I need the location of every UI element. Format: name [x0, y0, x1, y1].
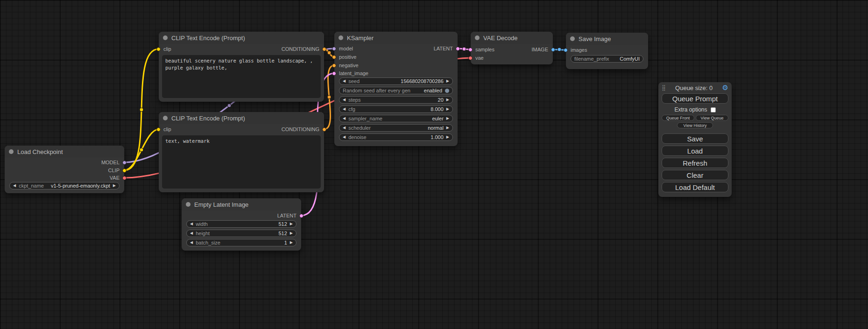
decrement-arrow-icon[interactable]: ◀: [343, 126, 346, 130]
collapse-dot[interactable]: [570, 36, 575, 41]
increment-arrow-icon[interactable]: ▶: [290, 241, 293, 245]
load-button[interactable]: Load: [662, 146, 728, 156]
link-midpoint-dot[interactable]: [462, 47, 466, 51]
conditioning-port-icon[interactable]: [322, 47, 326, 51]
node-title-bar[interactable]: Save Image: [566, 33, 648, 45]
input-slot-clip[interactable]: clip: [156, 126, 171, 133]
wire-clip-positive[interactable]: [124, 49, 159, 170]
increment-arrow-icon[interactable]: ▶: [446, 98, 449, 102]
image-port-icon[interactable]: [564, 48, 568, 52]
increment-arrow-icon[interactable]: ▶: [446, 135, 449, 139]
input-slot-clip[interactable]: clip: [156, 46, 171, 52]
queue-panel-header[interactable]: ⣿ Queue size: 0 ⚙: [662, 84, 728, 92]
increment-arrow-icon[interactable]: ▶: [446, 117, 449, 120]
link-midpoint-dot[interactable]: [227, 104, 231, 107]
clip-port-icon[interactable]: [156, 127, 161, 132]
decrement-arrow-icon[interactable]: ◀: [343, 79, 346, 83]
node-title-bar[interactable]: Load Checkpoint: [5, 146, 124, 158]
clip-port-icon[interactable]: [156, 47, 161, 51]
queue-prompt-button[interactable]: Queue Prompt: [662, 93, 728, 104]
output-slot-clip[interactable]: CLIP: [108, 167, 127, 174]
save-button[interactable]: Save: [662, 133, 728, 144]
link-midpoint-dot[interactable]: [140, 148, 143, 152]
decrement-arrow-icon[interactable]: ◀: [343, 135, 346, 139]
decrement-arrow-icon[interactable]: ◀: [343, 98, 346, 102]
node-clip-text-encode-negative[interactable]: CLIP Text Encode (Prompt) clip CONDITION…: [159, 112, 324, 192]
node-title-bar[interactable]: CLIP Text Encode (Prompt): [159, 112, 324, 124]
vae-port-icon[interactable]: [122, 176, 127, 180]
positive-prompt-textarea[interactable]: beautiful scenery nature glass bottle la…: [162, 55, 321, 98]
image-port-icon[interactable]: [551, 48, 555, 52]
node-save-image[interactable]: Save Image images filename_prefix ComfyU…: [566, 33, 648, 69]
node-vae-decode[interactable]: VAE Decode samples vae IMAGE: [471, 32, 553, 64]
increment-arrow-icon[interactable]: ▶: [446, 126, 449, 130]
ckpt-name-widget[interactable]: ◀ ckpt_name v1-5-pruned-emaonly.ckpt ▶: [9, 182, 120, 189]
conditioning-port-icon[interactable]: [332, 63, 336, 68]
input-slot-images[interactable]: images: [564, 47, 587, 53]
node-empty-latent-image[interactable]: Empty Latent Image LATENT ◀ width 512 ▶ …: [182, 198, 301, 251]
output-slot-conditioning[interactable]: CONDITIONING: [282, 126, 326, 133]
scheduler-widget[interactable]: ◀ scheduler normal ▶: [339, 124, 453, 132]
refresh-button[interactable]: Refresh: [662, 158, 728, 168]
model-port-icon[interactable]: [332, 47, 336, 51]
link-midpoint-dot[interactable]: [327, 51, 331, 55]
collapse-dot[interactable]: [186, 202, 191, 207]
steps-widget[interactable]: ◀ steps 20 ▶: [339, 96, 453, 104]
collapse-dot[interactable]: [339, 35, 343, 40]
denoise-widget[interactable]: ◀ denoise 1.000 ▶: [339, 133, 453, 141]
node-title-bar[interactable]: KSampler: [334, 32, 458, 44]
input-slot-positive[interactable]: positive: [332, 54, 356, 60]
latent-port-icon[interactable]: [299, 214, 303, 218]
negative-prompt-textarea[interactable]: text, watermark: [162, 135, 321, 189]
increment-arrow-icon[interactable]: ▶: [446, 79, 449, 83]
filename-prefix-widget[interactable]: filename_prefix ComfyUI: [571, 55, 643, 63]
output-slot-conditioning[interactable]: CONDITIONING: [282, 46, 326, 52]
conditioning-port-icon[interactable]: [322, 127, 326, 132]
input-slot-vae[interactable]: vae: [468, 55, 484, 61]
output-slot-model[interactable]: MODEL: [101, 159, 127, 166]
width-widget[interactable]: ◀ width 512 ▶: [186, 220, 296, 228]
random-seed-toggle-widget[interactable]: Random seed after every gen enabled: [339, 87, 453, 94]
decrement-arrow-icon[interactable]: ◀: [13, 184, 16, 188]
model-port-icon[interactable]: [122, 161, 127, 165]
output-slot-latent[interactable]: LATENT: [434, 45, 460, 52]
wire-clip-negative[interactable]: [124, 129, 159, 170]
increment-arrow-icon[interactable]: ▶: [446, 107, 449, 111]
latent-port-icon[interactable]: [468, 48, 473, 52]
input-slot-latent-image[interactable]: latent_image: [332, 70, 368, 77]
height-widget[interactable]: ◀ height 512 ▶: [186, 230, 296, 237]
cfg-widget[interactable]: ◀ cfg 8.000 ▶: [339, 105, 453, 113]
collapse-dot[interactable]: [9, 149, 14, 154]
batch-size-widget[interactable]: ◀ batch_size 1 ▶: [186, 239, 296, 246]
seed-widget[interactable]: ◀ seed 156680208700286 ▶: [339, 77, 453, 85]
queue-front-button[interactable]: Queue Front: [662, 115, 694, 121]
drag-handle-icon[interactable]: ⣿: [662, 84, 666, 91]
input-slot-samples[interactable]: samples: [468, 46, 494, 53]
increment-arrow-icon[interactable]: ▶: [113, 184, 116, 188]
sampler-name-widget[interactable]: ◀ sampler_name euler ▶: [339, 115, 453, 122]
link-midpoint-dot[interactable]: [327, 95, 331, 99]
decrement-arrow-icon[interactable]: ◀: [190, 231, 193, 235]
view-queue-button[interactable]: View Queue: [696, 115, 728, 121]
collapse-dot[interactable]: [163, 35, 168, 40]
collapse-dot[interactable]: [475, 35, 480, 40]
output-slot-latent[interactable]: LATENT: [277, 212, 303, 219]
decrement-arrow-icon[interactable]: ◀: [343, 107, 346, 111]
collapse-dot[interactable]: [163, 116, 168, 120]
settings-gear-icon[interactable]: ⚙: [722, 84, 728, 92]
decrement-arrow-icon[interactable]: ◀: [190, 241, 193, 245]
output-slot-vae[interactable]: VAE: [110, 175, 127, 181]
output-slot-image[interactable]: IMAGE: [532, 46, 555, 53]
vae-port-icon[interactable]: [468, 56, 473, 60]
input-slot-negative[interactable]: negative: [332, 62, 359, 69]
toggle-dot-icon[interactable]: [445, 89, 449, 93]
latent-port-icon[interactable]: [456, 47, 460, 51]
node-load-checkpoint[interactable]: Load Checkpoint MODEL CLIP VAE ◀ ckpt_na…: [5, 146, 124, 193]
conditioning-port-icon[interactable]: [332, 55, 336, 59]
node-title-bar[interactable]: CLIP Text Encode (Prompt): [159, 32, 324, 44]
load-default-button[interactable]: Load Default: [662, 182, 728, 192]
increment-arrow-icon[interactable]: ▶: [290, 231, 293, 235]
link-midpoint-dot[interactable]: [140, 108, 143, 112]
clear-button[interactable]: Clear: [662, 170, 728, 180]
latent-port-icon[interactable]: [332, 71, 336, 76]
